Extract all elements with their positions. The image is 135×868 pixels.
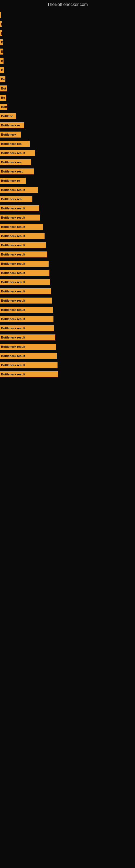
bar-row: B	[0, 38, 135, 46]
bar-label-31: Bottleneck result	[1, 290, 25, 293]
bar-row: Bottleneck re	[0, 122, 135, 129]
bar-34: Bottleneck result	[0, 316, 53, 322]
bar-row: Bottleneck re	[0, 177, 135, 184]
bars-container: |||BBBBBoBotBoBottBottleneBottleneck reB…	[0, 8, 135, 382]
bar-37: Bottleneck result	[0, 344, 56, 350]
bar-label-24: Bottleneck result	[1, 225, 25, 228]
bar-row: B	[0, 66, 135, 74]
bar-label-2: |	[1, 22, 2, 26]
bar-label-15: Bottleneck res	[1, 142, 21, 145]
bar-row: Bottleneck result	[0, 251, 135, 258]
bar-label-35: Bottleneck result	[1, 327, 25, 330]
bar-row: Bottleneck result	[0, 352, 135, 360]
bar-10: Bo	[0, 95, 6, 101]
bar-label-28: Bottleneck result	[1, 262, 25, 265]
bar-label-38: Bottleneck result	[1, 354, 25, 358]
bar-row: Bottleneck result	[0, 324, 135, 332]
bar-label-25: Bottleneck result	[1, 235, 25, 238]
bar-row: Bottleneck result	[0, 334, 135, 341]
bar-15: Bottleneck res	[0, 141, 30, 147]
bar-row: |	[0, 29, 135, 37]
bar-20: Bottleneck result	[0, 187, 38, 193]
bar-row: |	[0, 20, 135, 28]
bar-24: Bottleneck result	[0, 224, 43, 230]
bar-label-27: Bottleneck result	[1, 253, 25, 256]
bar-7: B	[0, 67, 4, 73]
bar-row: Bottleneck result	[0, 186, 135, 194]
bar-row: Bottleneck result	[0, 315, 135, 323]
bar-label-26: Bottleneck result	[1, 244, 25, 247]
bar-row: |	[0, 11, 135, 19]
bar-label-3: |	[1, 31, 2, 35]
bar-row: Bottleneck resu	[0, 167, 135, 175]
bar-row: Bottleneck result	[0, 223, 135, 230]
bar-36: Bottleneck result	[0, 335, 55, 340]
bar-label-22: Bottleneck result	[1, 207, 25, 210]
bar-row: B	[0, 48, 135, 55]
bar-9: Bot	[0, 86, 7, 91]
bar-label-34: Bottleneck result	[1, 317, 25, 321]
bar-label-30: Bottleneck result	[1, 280, 25, 284]
bar-21: Bottleneck resu	[0, 196, 32, 202]
bar-label-5: B	[1, 50, 3, 53]
bar-16: Bottleneck result	[0, 150, 35, 156]
bar-label-14: Bottleneck	[1, 133, 16, 136]
bar-label-40: Bottleneck result	[1, 373, 25, 376]
bar-1: |	[0, 12, 1, 18]
bar-label-11: Bott	[1, 105, 7, 108]
bar-label-6: B	[1, 59, 3, 62]
bar-label-32: Bottleneck result	[1, 299, 25, 302]
bar-38: Bottleneck result	[0, 353, 57, 359]
bar-label-8: Bo	[1, 78, 5, 81]
bar-label-29: Bottleneck result	[1, 271, 25, 275]
bar-row: Bottlene	[0, 112, 135, 120]
bar-row: B	[0, 57, 135, 65]
site-title: TheBottlenecker.com	[0, 0, 135, 8]
bar-6: B	[0, 58, 3, 64]
bar-label-20: Bottleneck result	[1, 188, 25, 191]
bar-33: Bottleneck result	[0, 307, 53, 313]
bar-31: Bottleneck result	[0, 288, 51, 294]
bar-32: Bottleneck result	[0, 298, 52, 304]
bar-3: |	[0, 30, 2, 36]
bar-18: Bottleneck resu	[0, 168, 34, 175]
bar-40: Bottleneck result	[0, 371, 58, 377]
bar-35: Bottleneck result	[0, 325, 54, 331]
bar-row: Bottleneck result	[0, 287, 135, 295]
bar-row: Bottleneck res	[0, 158, 135, 166]
bar-label-7: B	[1, 68, 3, 72]
bar-row: Bottleneck	[0, 131, 135, 138]
bar-25: Bottleneck result	[0, 233, 45, 239]
bar-30: Bottleneck result	[0, 279, 50, 285]
bar-11: Bott	[0, 104, 7, 110]
bar-39: Bottleneck result	[0, 362, 57, 368]
bar-label-37: Bottleneck result	[1, 345, 25, 348]
bar-row: Bottleneck result	[0, 343, 135, 350]
bar-row: Bot	[0, 85, 135, 92]
bar-row: Bottleneck result	[0, 241, 135, 249]
bar-row: Bottleneck result	[0, 205, 135, 212]
bar-label-23: Bottleneck result	[1, 216, 25, 219]
bar-17: Bottleneck res	[0, 159, 31, 165]
bar-label-21: Bottleneck resu	[1, 197, 24, 201]
bar-23: Bottleneck result	[0, 215, 40, 220]
bar-label-10: Bo	[1, 96, 5, 99]
bar-label-39: Bottleneck result	[1, 364, 25, 367]
bar-row: Bottleneck result	[0, 361, 135, 369]
bar-22: Bottleneck result	[0, 205, 39, 211]
bar-row: Bott	[0, 103, 135, 111]
bar-4: B	[0, 39, 3, 45]
bar-12: Bottlene	[0, 113, 16, 119]
bar-label-16: Bottleneck result	[1, 151, 25, 155]
bar-label-17: Bottleneck res	[1, 161, 21, 164]
bar-row: Bottleneck result	[0, 260, 135, 268]
bar-27: Bottleneck result	[0, 251, 47, 257]
bar-row: Bottleneck resu	[0, 195, 135, 203]
bar-label-33: Bottleneck result	[1, 308, 25, 311]
bar-row: Bottleneck result	[0, 306, 135, 314]
bar-row: Bottleneck result	[0, 269, 135, 277]
bar-8: Bo	[0, 76, 5, 82]
bar-label-13: Bottleneck re	[1, 124, 20, 127]
bar-row: Bottleneck result	[0, 297, 135, 304]
bar-row: Bottleneck result	[0, 214, 135, 221]
